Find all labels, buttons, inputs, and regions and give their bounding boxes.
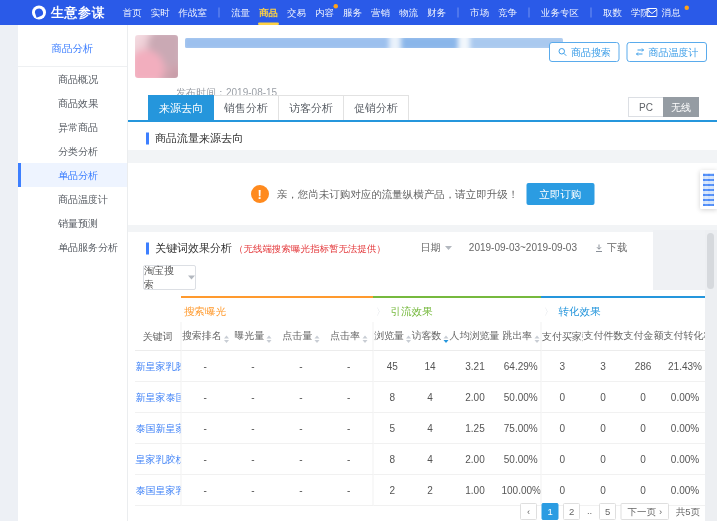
cell-pay-items: 3 [583,351,623,382]
nav-item-label: 财务 [427,6,446,19]
scrollbar-thumb[interactable] [707,233,714,289]
chevron-down-icon [445,246,452,250]
sidebar-item[interactable]: 商品温度计 [18,187,127,211]
cell-avg-views: 2.00 [449,444,501,475]
prev-page-button[interactable]: ‹ [520,503,537,520]
cell-visitors: 4 [411,413,449,444]
product-thumbnail[interactable] [135,35,178,78]
sidebar-item[interactable]: 异常商品 [18,115,127,139]
keyword-link[interactable]: 皇家乳胶枕 [136,453,182,464]
column-header[interactable]: 支付金额 [623,322,663,351]
cell-pageviews: 5 [373,413,411,444]
keyword-link[interactable]: 泰国皇家乳胶 [136,484,182,495]
column-header[interactable]: 关键词 [135,322,181,351]
tab[interactable]: 访客分析 [278,95,344,120]
nav-item-label: 物流 [399,6,418,19]
page-number-button[interactable]: .. [585,503,595,520]
keyword-link[interactable]: 泰国新皇家乳 [136,422,182,433]
tab[interactable]: 销售分析 [213,95,279,120]
device-toggle-option[interactable]: PC [628,97,664,117]
tab[interactable]: 促销分析 [343,95,409,120]
product-search-button[interactable]: 商品搜索 [549,42,620,62]
product-thermometer-button[interactable]: 商品温度计 [627,42,708,62]
cell-exposure: - [229,475,277,506]
brand-name: 生意参谋 [51,4,105,22]
table-header-row: 关键词 搜索排名 曝光量 点击量 [135,322,707,351]
channel-select[interactable]: 淘宝搜索 [143,265,196,290]
sort-arrows-icon[interactable] [267,336,272,344]
sidebar-item-label: 单品分析 [58,170,98,181]
brand[interactable]: 生意参谋 [32,4,105,22]
keyword-link[interactable]: 新皇家泰国乳 [136,391,182,402]
column-header[interactable]: 访客数 [411,322,449,351]
sidebar: 商品分析 商品概况 商品效果 异常商品 分类分析 单品分析 [18,25,128,521]
page: 生意参谋 首页 实时 作战室 [0,0,717,521]
nav-item[interactable]: 首页 [121,0,144,25]
column-header[interactable]: 点击量 [277,322,325,351]
page-number-button[interactable]: 1 [542,503,559,520]
nav-item[interactable]: 物流 [397,0,420,25]
nav-divider [591,8,592,18]
sidebar-item[interactable]: 单品分析 [18,163,127,187]
column-header[interactable]: 点击率 [325,322,373,351]
nav-item[interactable]: 营销 [369,0,392,25]
keyword-link[interactable]: 新皇家乳胶枕 [136,360,182,371]
cell-pay-buyers: 0 [541,475,583,506]
sidebar-item-label: 单品服务分析 [58,242,118,253]
sidebar-item[interactable]: 分类分析 [18,139,127,163]
column-header[interactable]: 浏览量 [373,322,411,351]
nav-item[interactable]: 流量 [229,0,252,25]
sort-arrows-icon[interactable] [362,336,367,344]
nav-item[interactable]: 服务 [341,0,364,25]
nav-item[interactable]: 内容 [313,0,336,25]
nav-item-label: 内容 [315,6,334,19]
nav-item[interactable]: 作战室 [177,0,210,25]
cell-pay-amount: 0 [623,382,663,413]
section-gap [128,150,717,163]
sidebar-item[interactable]: 销量预测 [18,211,127,235]
download-button[interactable]: 下载 [594,241,627,255]
nav-item[interactable]: 取数 [601,0,624,25]
cell-pay-amount: 0 [623,475,663,506]
nav-item[interactable]: 商品 [257,0,280,25]
nav-item[interactable]: 交易 [285,0,308,25]
flow-section-title: 商品流量来源去向 [146,131,243,146]
date-range[interactable]: 2019-09-03~2019-09-03 [469,242,577,254]
column-header[interactable]: 人均浏览量 [449,322,501,351]
sort-arrows-icon[interactable] [315,336,320,344]
date-dropdown[interactable]: 日期 [421,241,452,255]
nav-item[interactable]: 市场 [468,0,491,25]
nav-item-label: 服务 [343,6,362,19]
sort-arrows-icon[interactable] [406,336,411,344]
next-page-button[interactable]: 下一页 › [621,503,670,520]
sidebar-item[interactable]: 单品服务分析 [18,235,127,259]
sidebar-item[interactable]: 商品效果 [18,91,127,115]
messages-button[interactable]: 消息 [647,0,690,25]
column-header[interactable]: 跳出率 [501,322,541,351]
sidebar-item[interactable]: 商品概况 [18,67,127,91]
column-header[interactable]: 曝光量 [229,322,277,351]
column-header[interactable]: 搜索排名 [181,322,229,351]
cell-search-rank: - [181,413,229,444]
sidebar-section-title[interactable]: 商品分析 [18,25,127,67]
page-number-button[interactable]: 5 [599,503,616,520]
table-group-row: 搜索曝光 引流效果 转化效果 [135,297,707,322]
table-row: 新皇家泰国乳 - - - - 8 4 2.00 50.00% 0 0 0 0.0… [135,382,707,413]
column-header[interactable]: 支付转化率 [663,322,707,351]
sort-arrows-icon[interactable] [444,336,449,344]
column-header[interactable]: 支付件数 [583,322,623,351]
tab-label: 促销分析 [354,102,398,115]
tab[interactable]: 来源去向 [148,95,214,120]
nav-item-label: 市场 [470,6,489,19]
nav-item[interactable]: 财务 [425,0,448,25]
sort-arrows-icon[interactable] [534,336,539,344]
nav-item[interactable]: 竞争 [496,0,519,25]
device-toggle-option[interactable]: 无线 [663,97,699,117]
floating-qr-widget[interactable] [700,170,717,209]
subscribe-now-button[interactable]: 立即订购 [526,183,594,205]
nav-item[interactable]: 业务专区 [539,0,581,25]
column-header[interactable]: 支付买家数 [541,322,583,351]
page-number-button[interactable]: 2 [563,503,580,520]
nav-item[interactable]: 实时 [149,0,172,25]
sort-arrows-icon[interactable] [224,336,229,344]
